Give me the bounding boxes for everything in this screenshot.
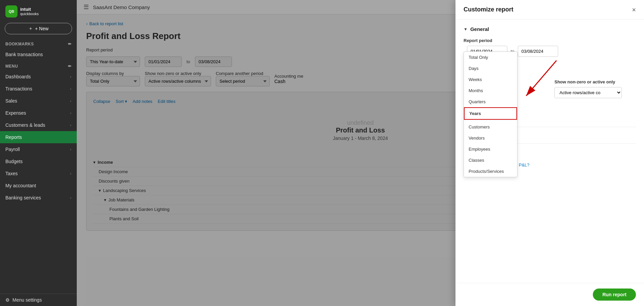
new-button[interactable]: ＋ + New xyxy=(5,23,72,34)
option-years[interactable]: Years xyxy=(464,107,517,120)
toggle-arrow-icon: ▼ xyxy=(464,27,468,32)
option-employees[interactable]: Employees xyxy=(464,144,517,155)
chevron-right-icon: › xyxy=(70,123,71,127)
chevron-right-icon: › xyxy=(70,87,71,91)
edit-menu-icon[interactable]: ✏ xyxy=(68,64,72,69)
chevron-right-icon: › xyxy=(70,147,71,151)
sidebar-item-budgets[interactable]: Budgets xyxy=(0,155,77,167)
sidebar-item-customers-leads[interactable]: Customers & leads › xyxy=(0,119,77,131)
sidebar-item-sales[interactable]: Sales › xyxy=(0,95,77,107)
option-weeks[interactable]: Weeks xyxy=(464,74,517,85)
menu-settings-button[interactable]: ⚙ Menu settings xyxy=(0,294,77,306)
customize-panel: Customize report × ▼ General Report peri… xyxy=(455,0,644,306)
non-zero-field-label: Show non-zero or active only xyxy=(554,79,636,84)
panel-title: Customize report xyxy=(464,6,513,13)
sidebar-item-expenses[interactable]: Expenses › xyxy=(0,107,77,119)
panel-body: ▼ General Report period Total Only Days … xyxy=(455,20,644,283)
option-quarters[interactable]: Quarters xyxy=(464,96,517,107)
non-zero-panel-select[interactable]: Active rows/active co All rows/all colum… xyxy=(554,87,622,98)
option-vendors[interactable]: Vendors xyxy=(464,132,517,144)
panel-header: Customize report × xyxy=(455,0,644,20)
sidebar-logo: QB intuitquickbooks xyxy=(0,0,77,22)
edit-bookmarks-icon[interactable]: ✏ xyxy=(68,42,72,46)
chevron-right-icon: › xyxy=(70,196,71,200)
option-months[interactable]: Months xyxy=(464,85,517,96)
chevron-right-icon: › xyxy=(70,111,71,115)
option-products-services[interactable]: Products/Services xyxy=(464,166,517,177)
report-period-field-label: Report period xyxy=(464,38,636,43)
run-report-button[interactable]: Run report xyxy=(593,289,636,301)
columns-dropdown-list: Total Only Days Weeks Months Quarters Ye… xyxy=(464,51,517,177)
non-zero-col: Show non-zero or active only Active rows… xyxy=(554,79,636,107)
gear-icon: ⚙ xyxy=(5,297,10,303)
sidebar: QB intuitquickbooks ＋ + New BOOKMARKS ✏ … xyxy=(0,0,77,306)
sidebar-item-banking-services[interactable]: Banking services › xyxy=(0,192,77,204)
option-classes[interactable]: Classes xyxy=(464,155,517,166)
sidebar-item-reports[interactable]: Reports xyxy=(0,131,77,143)
panel-date-to-input[interactable] xyxy=(518,46,558,57)
logo-text: intuitquickbooks xyxy=(20,7,39,16)
chevron-right-icon: › xyxy=(70,99,71,103)
sidebar-item-my-accountant[interactable]: My accountant xyxy=(0,180,77,192)
chevron-right-icon: › xyxy=(70,171,71,176)
close-panel-button[interactable]: × xyxy=(632,6,636,13)
sidebar-item-taxes[interactable]: Taxes › xyxy=(0,167,77,180)
chevron-right-icon: › xyxy=(70,75,71,79)
menu-section-header: MENU ✏ xyxy=(0,61,77,71)
option-customers[interactable]: Customers xyxy=(464,121,517,132)
plus-icon: ＋ xyxy=(28,26,33,32)
option-days[interactable]: Days xyxy=(464,63,517,74)
option-total-only[interactable]: Total Only xyxy=(464,52,517,63)
sidebar-item-transactions[interactable]: Transactions › xyxy=(0,83,77,95)
bookmarks-section-header: BOOKMARKS ✏ xyxy=(0,38,77,48)
general-section-toggle[interactable]: ▼ General xyxy=(464,26,636,32)
panel-report-period-row: Total Only Days Weeks Months Quarters Ye… xyxy=(464,46,636,57)
quickbooks-logo-icon: QB xyxy=(5,5,18,17)
sidebar-item-payroll[interactable]: Payroll › xyxy=(0,143,77,155)
panel-footer: Run report xyxy=(455,283,644,306)
sidebar-item-bank-transactions[interactable]: Bank transactions xyxy=(0,48,77,61)
sidebar-item-dashboards[interactable]: Dashboards › xyxy=(0,71,77,83)
